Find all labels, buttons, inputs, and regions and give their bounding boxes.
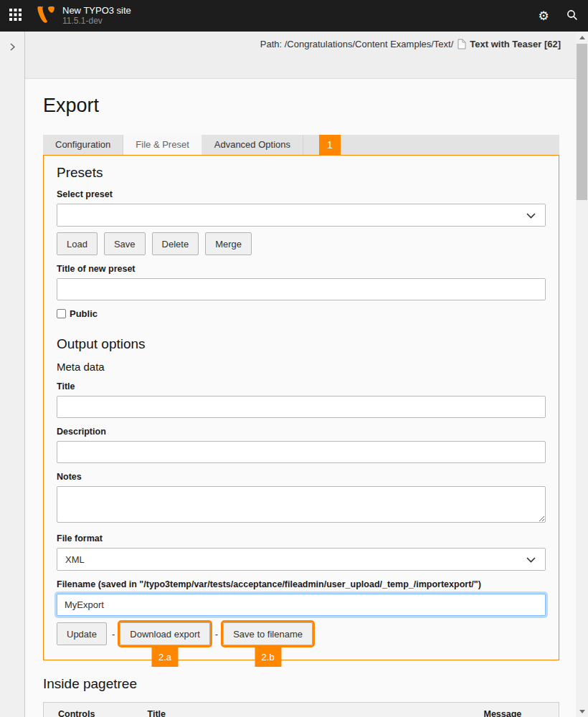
module-content: Path: /Congratulations/Content Examples/… (25, 32, 576, 717)
meta-title-group: Title (57, 381, 546, 418)
preset-buttons-row: Load Save Delete Merge (57, 232, 546, 255)
column-message: Message (470, 703, 559, 717)
grid-icon (9, 9, 22, 23)
save-to-filename-button[interactable]: Save to filename (223, 622, 313, 645)
typo3-logo-icon[interactable] (37, 6, 54, 25)
inside-pagetree-heading: Inside pagetree (43, 676, 559, 692)
chevron-right-icon (10, 42, 15, 53)
topbar: New TYPO3 site 11.5.1-dev ⚙ (0, 0, 588, 32)
module-menu-button[interactable] (0, 0, 30, 32)
new-preset-title-label: Title of new preset (57, 264, 546, 274)
public-checkbox[interactable] (57, 309, 66, 318)
notes-label: Notes (57, 472, 546, 482)
site-title: New TYPO3 site (62, 6, 131, 16)
main-row: Path: /Congratulations/Content Examples/… (0, 32, 588, 717)
save-button[interactable]: Save (104, 232, 146, 255)
update-button[interactable]: Update (57, 622, 107, 645)
file-format-label: File format (57, 533, 546, 543)
column-controls: Controls (44, 703, 133, 717)
search-icon (566, 9, 578, 23)
public-label: Public (70, 308, 98, 319)
sidebar-expand-button[interactable] (6, 41, 19, 54)
select-preset-label: Select preset (57, 189, 546, 199)
notes-group: Notes (57, 472, 546, 525)
tab-configuration[interactable]: Configuration (43, 135, 123, 155)
meta-title-input[interactable] (57, 396, 546, 418)
meta-data-heading: Meta data (57, 361, 546, 373)
delete-button[interactable]: Delete (152, 232, 199, 255)
filename-group: Filename (saved in "/typo3temp/var/tests… (57, 579, 546, 616)
vertical-scrollbar[interactable] (576, 32, 588, 717)
tab-advanced-options[interactable]: Advanced Options (202, 135, 303, 155)
breadcrumb: Path: /Congratulations/Content Examples/… (25, 39, 561, 49)
annotation-badge-2a: 2.a (152, 647, 179, 667)
topbar-site-info: New TYPO3 site 11.5.1-dev (62, 6, 131, 26)
download-export-button[interactable]: Download export (120, 622, 210, 645)
public-checkbox-row: Public (57, 308, 546, 319)
inside-pagetree-section: Inside pagetree Controls Title Message (43, 676, 559, 717)
gear-icon: ⚙ (538, 10, 549, 22)
merge-button[interactable]: Merge (205, 232, 252, 255)
table-header-row: Controls Title Message (44, 703, 559, 717)
filename-input[interactable] (57, 594, 546, 616)
output-options-heading: Output options (57, 336, 546, 352)
typo3-version: 11.5.1-dev (62, 16, 131, 26)
settings-button[interactable]: ⚙ (529, 0, 558, 32)
select-preset-group: Select preset (57, 189, 546, 227)
record-path: Path: /Congratulations/Content Examples/… (260, 39, 454, 49)
annotation-badge-2b: 2.b (255, 647, 281, 667)
file-format-group: File format XML (57, 533, 546, 571)
button-separator: - (112, 629, 115, 640)
preset-select[interactable] (57, 204, 546, 227)
description-group: Description (57, 427, 546, 463)
button-separator: - (215, 629, 218, 640)
document-icon (457, 39, 466, 49)
tabbar: Configuration File & Preset Advanced Opt… (43, 135, 559, 155)
annotation-badge-1: 1 (319, 135, 341, 155)
column-title: Title (133, 703, 470, 717)
module-body: Export Configuration File & Preset Advan… (25, 79, 576, 717)
file-format-select[interactable]: XML (57, 548, 546, 571)
filename-label: Filename (saved in "/typo3temp/var/tests… (57, 579, 546, 589)
record-title: Text with Teaser [62] (470, 39, 561, 49)
page-title: Export (43, 95, 559, 117)
pagetree-table: Controls Title Message (43, 702, 559, 717)
notes-textarea[interactable] (57, 486, 546, 523)
docheader: Path: /Congratulations/Content Examples/… (25, 32, 576, 79)
meta-title-label: Title (57, 381, 546, 391)
export-buttons-row: Update - Download export 2.a - Save to f… (57, 622, 546, 645)
pagetree-sidebar (0, 32, 25, 717)
scrollbar-thumb[interactable] (577, 44, 587, 200)
tab-file-preset[interactable]: File & Preset (123, 135, 201, 155)
new-preset-title-input[interactable] (57, 278, 546, 300)
file-preset-panel: Presets Select preset Load Save (43, 155, 559, 660)
description-input[interactable] (57, 441, 546, 463)
presets-heading: Presets (57, 165, 546, 181)
new-preset-title-group: Title of new preset (57, 264, 546, 300)
scroll-up-arrow-icon[interactable] (576, 32, 588, 43)
load-button[interactable]: Load (57, 232, 98, 255)
description-label: Description (57, 427, 546, 437)
search-button[interactable] (558, 0, 587, 32)
scroll-down-arrow-icon[interactable] (576, 706, 588, 717)
